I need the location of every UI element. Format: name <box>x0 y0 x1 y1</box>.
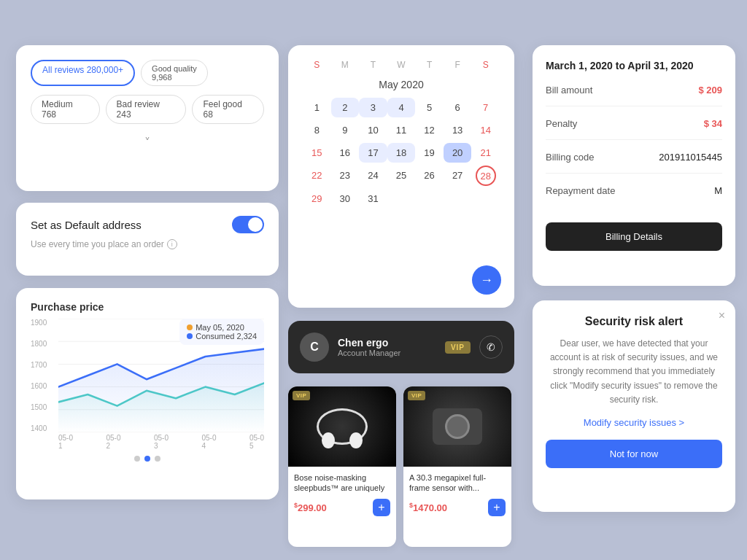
dot-1[interactable] <box>134 456 140 462</box>
cal-cell[interactable]: 14 <box>471 120 500 140</box>
security-alert-card: × Security risk alert Dear user, we have… <box>533 300 735 512</box>
cal-cell[interactable]: 27 <box>444 166 472 186</box>
cal-cell[interactable]: 12 <box>415 120 444 140</box>
cal-cell[interactable]: 15 <box>303 143 331 163</box>
product-image-bose: VIP <box>288 386 396 467</box>
address-card: Set as Default address Use every time yo… <box>16 203 279 276</box>
tag-medium[interactable]: Medium 768 <box>31 95 100 124</box>
product-price-canon: $1470.00 <box>409 502 447 513</box>
chart-area: 190018001700160015001400 <box>31 319 264 450</box>
day-wed: W <box>387 57 416 73</box>
security-modify-link[interactable]: Modify security issues > <box>546 417 722 428</box>
product-footer-bose: $299.00 + <box>294 499 390 516</box>
cal-cell[interactable]: 1 <box>303 98 331 117</box>
product-price-bose: $299.00 <box>294 502 327 513</box>
cal-cell[interactable]: 20 <box>444 143 472 163</box>
user-info: Chen ergo Account Manager <box>338 337 436 357</box>
chart-y-labels: 190018001700160015001400 <box>31 319 47 432</box>
day-fri: F <box>444 57 472 73</box>
cal-cell[interactable]: 10 <box>359 120 387 140</box>
cal-cell[interactable]: 29 <box>303 189 331 209</box>
calendar-grid: 1 2 3 4 5 6 7 8 9 10 11 12 13 14 15 16 1… <box>303 98 500 209</box>
bose-shape <box>317 408 368 445</box>
reviews-tags: All reviews 280,000+ Good quality 9,968 <box>31 60 264 86</box>
billing-value-amount: $ 209 <box>698 85 722 96</box>
add-to-cart-bose[interactable]: + <box>373 499 390 516</box>
billing-card: March 1, 2020 to April 31, 2020 Bill amo… <box>533 45 735 286</box>
calendar-day-names: S M T W T F S <box>303 57 500 73</box>
cal-cell[interactable]: 13 <box>444 120 472 140</box>
expand-chevron[interactable]: ˅ <box>144 136 150 149</box>
toggle-switch[interactable] <box>232 216 264 233</box>
cal-cell[interactable]: 18 <box>387 143 416 163</box>
product-card-canon: VIP A 30.3 megapixel full-frame sensor w… <box>403 386 511 547</box>
billing-details-btn[interactable]: Billing Details <box>546 222 722 251</box>
product-vip-badge: VIP <box>293 391 310 400</box>
address-row: Set as Default address <box>31 216 264 233</box>
cal-cell[interactable]: 5 <box>415 98 444 117</box>
cal-cell[interactable]: 11 <box>387 120 416 140</box>
cal-cell[interactable]: 31 <box>359 189 387 209</box>
product-body-canon: A 30.3 megapixel full-frame sensor with.… <box>403 467 511 521</box>
product-vip-badge-2: VIP <box>408 391 425 400</box>
calendar-next-btn[interactable]: → <box>472 265 501 295</box>
tag-feel-good[interactable]: Feel good 68 <box>192 95 264 124</box>
billing-label-penalty: Penalty <box>546 118 577 129</box>
cal-cell[interactable]: 25 <box>387 166 416 186</box>
billing-value-penalty: $ 34 <box>704 118 722 129</box>
security-close-btn[interactable]: × <box>719 309 725 322</box>
user-name: Chen ergo <box>338 337 436 349</box>
chevron-container: ˅ <box>31 136 264 149</box>
security-description: Dear user, we have detected that your ac… <box>546 337 722 407</box>
cal-cell[interactable]: 6 <box>444 98 472 117</box>
product-image-canon: VIP <box>403 386 511 467</box>
user-card: C Chen ergo Account Manager VIP ✆ <box>288 321 514 373</box>
cal-cell[interactable]: 16 <box>331 143 360 163</box>
security-dismiss-btn[interactable]: Not for now <box>546 440 722 468</box>
product-card-bose: VIP Bose noise-masking sleepbuds™ are un… <box>288 386 396 547</box>
product-body-bose: Bose noise-masking sleepbuds™ are unique… <box>288 467 396 521</box>
billing-row-repayment: Repayment date M <box>546 185 722 206</box>
cal-cell[interactable]: 9 <box>331 120 360 140</box>
day-thu: T <box>415 57 444 73</box>
dot-3[interactable] <box>155 456 160 462</box>
address-subtitle: Use every time you place an order i <box>31 239 264 249</box>
cal-cell[interactable]: 21 <box>471 143 500 163</box>
user-role: Account Manager <box>338 349 436 357</box>
tag-all-reviews[interactable]: All reviews 280,000+ <box>31 60 135 86</box>
cal-cell[interactable]: 22 <box>303 166 331 186</box>
chart-card: Purchase price 190018001700160015001400 <box>16 288 279 499</box>
product-footer-canon: $1470.00 + <box>409 499 506 516</box>
product-name-bose: Bose noise-masking sleepbuds™ are unique… <box>294 472 390 494</box>
cal-cell[interactable]: 24 <box>359 166 387 186</box>
cal-cell[interactable]: 19 <box>415 143 444 163</box>
billing-label-code: Billing code <box>546 152 595 163</box>
security-title: Security risk alert <box>546 315 722 328</box>
tag-good-quality[interactable]: Good quality 9,968 <box>141 60 208 86</box>
cal-cell[interactable]: 4 <box>387 98 416 117</box>
tag-bad-review[interactable]: Bad review 243 <box>106 95 187 124</box>
address-title: Set as Default address <box>31 219 142 231</box>
chart-pagination-dots <box>31 456 264 462</box>
cal-cell-today[interactable]: 28 <box>476 166 496 186</box>
cal-cell[interactable]: 3 <box>359 98 387 117</box>
cal-cell[interactable]: 8 <box>303 120 331 140</box>
dot-2[interactable] <box>144 456 150 462</box>
cal-cell[interactable]: 26 <box>415 166 444 186</box>
info-icon[interactable]: i <box>167 239 177 249</box>
chart-tooltip: May 05, 2020 Consumed 2,324 <box>179 319 264 345</box>
billing-row-amount: Bill amount $ 209 <box>546 85 722 106</box>
add-to-cart-canon[interactable]: + <box>488 499 506 516</box>
cal-cell[interactable]: 23 <box>331 166 360 186</box>
billing-period: March 1, 2020 to April 31, 2020 <box>546 60 722 71</box>
phone-btn[interactable]: ✆ <box>479 335 503 359</box>
cal-cell[interactable]: 17 <box>359 143 387 163</box>
day-mon: M <box>331 57 360 73</box>
billing-value-repayment: M <box>714 185 722 196</box>
cal-cell[interactable]: 2 <box>331 98 360 117</box>
calendar-card: S M T W T F S May 2020 1 2 3 4 5 6 7 8 9… <box>288 45 514 308</box>
cal-cell[interactable]: 7 <box>471 98 500 117</box>
cal-cell[interactable]: 30 <box>331 189 360 209</box>
billing-row-penalty: Penalty $ 34 <box>546 118 722 140</box>
chart-x-labels: 05-0105-0205-0305-0405-05 <box>58 434 264 450</box>
